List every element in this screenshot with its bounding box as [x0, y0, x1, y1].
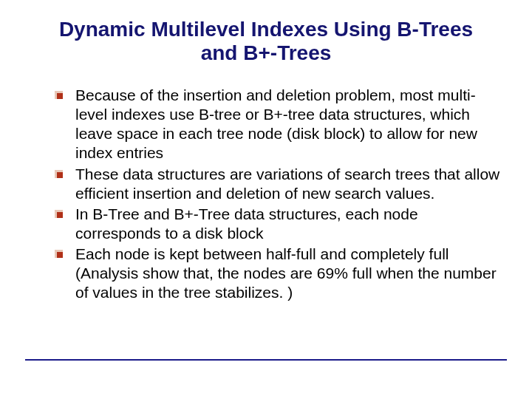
- square-bullet-icon: [55, 170, 63, 178]
- list-item: These data structures are variations of …: [55, 165, 502, 203]
- svg-rect-2: [55, 91, 57, 99]
- svg-rect-8: [55, 210, 57, 218]
- svg-rect-5: [55, 170, 57, 178]
- svg-rect-11: [55, 250, 57, 258]
- bullet-text: These data structures are variations of …: [75, 166, 499, 202]
- slide: Dynamic Multilevel Indexes Using B-Trees…: [0, 0, 532, 399]
- square-bullet-icon: [55, 210, 63, 218]
- slide-title: Dynamic Multilevel Indexes Using B-Trees…: [30, 18, 502, 65]
- square-bullet-icon: [55, 250, 63, 258]
- square-bullet-icon: [55, 91, 63, 99]
- bullet-text: Because of the insertion and deletion pr…: [75, 86, 477, 161]
- divider-line: [25, 359, 507, 361]
- title-line-1: Dynamic Multilevel Indexes Using B-Trees: [59, 18, 473, 41]
- bullet-text: In B-Tree and B+-Tree data structures, e…: [75, 205, 418, 242]
- title-line-2: and B+-Trees: [201, 41, 332, 64]
- list-item: In B-Tree and B+-Tree data structures, e…: [55, 205, 502, 243]
- list-item: Because of the insertion and deletion pr…: [55, 86, 502, 163]
- bullet-text: Each node is kept between half-full and …: [75, 245, 497, 301]
- bullet-list: Because of the insertion and deletion pr…: [55, 86, 502, 301]
- list-item: Each node is kept between half-full and …: [55, 245, 502, 302]
